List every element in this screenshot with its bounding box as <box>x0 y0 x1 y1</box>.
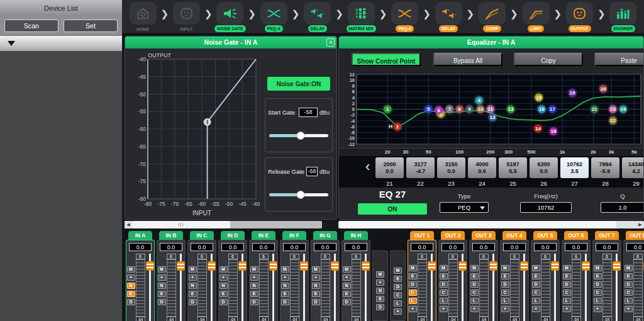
gain-value[interactable]: 0.0 <box>129 243 152 251</box>
eq-band-28[interactable]: 7994-5.928 <box>591 157 619 187</box>
strip-button-+[interactable]: + <box>343 274 351 281</box>
gain-value[interactable]: 0.0 <box>411 243 433 251</box>
strip-button-l[interactable]: L <box>470 298 479 304</box>
gain-value[interactable]: 0.0 <box>472 243 495 251</box>
strip-button-m[interactable]: M <box>127 266 135 273</box>
channel-tab[interactable]: OUT 3 <box>472 231 496 240</box>
strip-button-+[interactable]: + <box>625 306 633 312</box>
strip-button-n[interactable]: N <box>189 283 197 289</box>
bypass-all-button[interactable]: Bypass All <box>433 53 502 66</box>
toolbar-item-delay[interactable]: DELAY <box>302 2 333 32</box>
fader[interactable] <box>489 254 497 321</box>
toolbar-item-peq-x[interactable]: PEQ-X <box>258 2 289 32</box>
release-gate-slider[interactable] <box>269 190 328 199</box>
eq-point-23[interactable]: 23 <box>608 104 618 115</box>
eq-point-22[interactable]: 22 <box>608 115 618 126</box>
eq-band-21[interactable]: 20000.021 <box>375 157 404 187</box>
scroll-left-arrow-icon[interactable]: ◀ <box>125 221 132 228</box>
master-strip-2[interactable]: MEDCL+ <box>390 251 406 321</box>
eq-point-24[interactable]: 24 <box>618 104 628 115</box>
channel-strip-in-h[interactable]: IN H0.0M+NED6-64 <box>341 231 370 321</box>
strip-button-d[interactable]: D <box>189 299 197 305</box>
strip-button-d[interactable]: D <box>312 299 320 305</box>
bands-scroll-left-icon[interactable]: ‹ <box>365 160 370 174</box>
eq-point-12[interactable]: 12 <box>487 112 498 123</box>
fader-handle[interactable] <box>428 261 436 271</box>
toolbar-item-comp[interactable]: COMP <box>477 2 508 32</box>
q-input[interactable]: 1.0 <box>601 202 644 213</box>
strip-button-n[interactable]: N <box>281 283 289 289</box>
fader[interactable] <box>582 254 590 321</box>
strip-button-m[interactable]: M <box>440 265 448 271</box>
gain-value[interactable]: 0.0 <box>503 243 526 251</box>
eq-point-7[interactable]: 7 <box>444 104 455 115</box>
strip-button-+[interactable]: + <box>440 306 448 312</box>
channel-strip-in-d[interactable]: IN D0.0M+NED6-64 <box>218 231 247 321</box>
fader[interactable] <box>269 254 277 321</box>
channel-strip-out-4[interactable]: OUT 40.0MEDCL+6-64 <box>500 231 529 321</box>
channel-strip-out-1[interactable]: OUT 10.0MEDCL+6-64 <box>408 231 436 321</box>
strip-button-e[interactable]: E <box>343 291 351 297</box>
eq-point-16[interactable]: 16 <box>536 104 547 115</box>
strip-button-m[interactable]: M <box>532 265 540 271</box>
eq-band-22[interactable]: 3177-4.722 <box>406 157 435 187</box>
gain-value[interactable]: 0.0 <box>565 243 587 251</box>
strip-button-+[interactable]: + <box>312 274 320 281</box>
eq-point-5[interactable]: 5 <box>423 104 434 115</box>
gain-value[interactable]: 0.0 <box>191 243 213 251</box>
slider-thumb[interactable] <box>296 132 304 140</box>
fader[interactable] <box>458 254 467 321</box>
eq-point-13[interactable]: 13 <box>506 104 516 115</box>
strip-button-d[interactable]: D <box>470 281 479 288</box>
strip-button-l[interactable]: L <box>394 300 402 307</box>
fader-handle[interactable] <box>300 261 308 271</box>
channel-tab[interactable]: IN D <box>221 231 245 240</box>
strip-button-m[interactable]: M <box>312 266 320 273</box>
toolbar-item-noise-gate[interactable]: NOISE GATE <box>214 2 246 32</box>
channel-strip-out-2[interactable]: OUT 20.0MEDCL+6-64 <box>438 231 467 321</box>
eq-band-23[interactable]: 31500.023 <box>437 157 465 187</box>
scan-button[interactable]: Scan <box>4 20 58 32</box>
strip-button-+[interactable]: + <box>376 279 384 286</box>
fader[interactable] <box>177 254 185 321</box>
strip-button-l[interactable]: L <box>563 298 571 304</box>
fader[interactable] <box>362 254 370 321</box>
channel-strip-out-5[interactable]: OUT 50.0MEDCL+6-64 <box>531 231 560 321</box>
strip-button-+[interactable]: + <box>394 308 402 315</box>
strip-button-l[interactable]: L <box>440 298 448 304</box>
eq-band-29[interactable]: 143404.229 <box>622 157 644 187</box>
strip-button-d[interactable]: D <box>594 281 602 288</box>
strip-button-d[interactable]: D <box>625 281 633 288</box>
strip-button-d[interactable]: D <box>501 281 509 288</box>
fader-handle[interactable] <box>238 261 247 271</box>
strip-button-c[interactable]: C <box>563 290 571 296</box>
strip-button-c[interactable]: C <box>532 290 540 296</box>
channel-tab[interactable]: IN E <box>252 231 275 240</box>
fader-handle[interactable] <box>362 261 370 271</box>
channel-tab[interactable]: IN G <box>313 231 337 240</box>
strip-button-m[interactable]: M <box>394 268 402 274</box>
strip-button-d[interactable]: D <box>394 284 402 290</box>
set-button[interactable]: Set <box>64 20 118 32</box>
strip-button-e[interactable]: E <box>394 276 402 282</box>
toolbar-item-limit[interactable]: LIMIT <box>520 2 552 32</box>
strip-button-d[interactable]: D <box>532 281 540 288</box>
strip-button-d[interactable]: D <box>158 299 166 305</box>
channel-tab[interactable]: OUT 1 <box>410 231 434 240</box>
strip-button-n[interactable]: N <box>158 283 166 289</box>
eq-point-8[interactable]: 8 <box>454 104 465 115</box>
fader[interactable] <box>146 254 154 321</box>
strip-button-+[interactable]: + <box>470 306 479 312</box>
slider-thumb[interactable] <box>296 191 304 199</box>
strip-button-+[interactable]: + <box>250 274 258 281</box>
channel-tab[interactable]: OUT 6 <box>564 231 588 240</box>
strip-button-c[interactable]: C <box>594 290 602 296</box>
fader[interactable] <box>520 254 528 321</box>
strip-button-d[interactable]: D <box>127 299 135 305</box>
toolbar-item-matrix-mix[interactable]: MATRIX MIX <box>345 2 377 32</box>
strip-button-m[interactable]: M <box>625 265 633 271</box>
strip-button-c[interactable]: C <box>440 290 448 296</box>
channel-tab[interactable]: OUT 7 <box>595 231 619 240</box>
channel-strip-out-6[interactable]: OUT 60.0MEDCL+6-64 <box>562 231 591 321</box>
gain-value[interactable]: 0.0 <box>252 243 275 251</box>
